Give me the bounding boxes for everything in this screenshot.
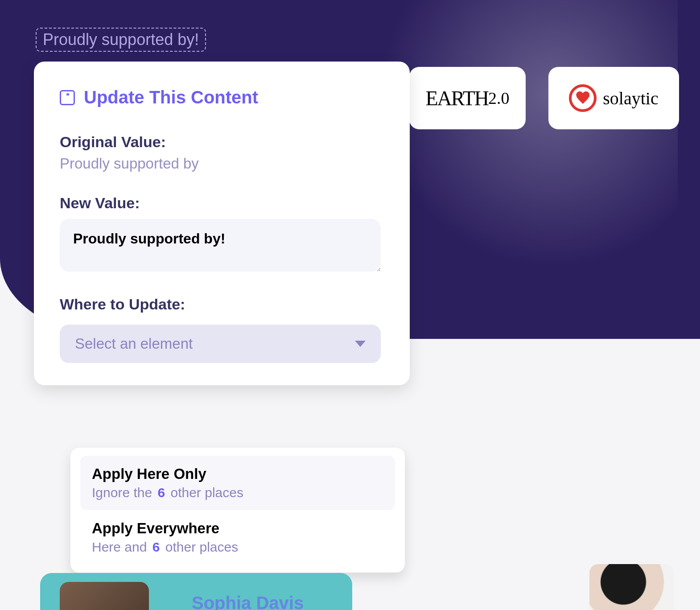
selected-text-highlight[interactable]: Proudly supported by! [36, 28, 206, 52]
dropdown-option-apply-here[interactable]: Apply Here Only Ignore the 6 other place… [80, 456, 395, 510]
original-value-label: Original Value: [60, 133, 392, 151]
chevron-down-icon [355, 341, 366, 347]
original-value-text: Proudly supported by [60, 155, 392, 172]
where-update-select[interactable]: Select an element [60, 325, 381, 363]
heart-icon [569, 84, 597, 112]
where-update-dropdown: Apply Here Only Ignore the 6 other place… [70, 448, 405, 573]
sponsor-earth-version: 2.0 [488, 88, 510, 108]
popup-title: Update This Content [84, 87, 258, 107]
avatar [589, 564, 674, 610]
option-subtitle: Here and 6 other places [92, 540, 383, 555]
where-update-label: Where to Update: [60, 296, 392, 313]
select-placeholder: Select an element [75, 335, 193, 352]
sponsor-card-earth[interactable]: EARTH2.0 [409, 67, 526, 129]
dropdown-option-apply-everywhere[interactable]: Apply Everywhere Here and 6 other places [80, 510, 395, 565]
option-subtitle: Ignore the 6 other places [92, 485, 383, 500]
sponsor-earth-label: EARTH [425, 87, 488, 110]
sponsor-solaytic-label: solaytic [603, 88, 658, 109]
option-title: Apply Here Only [92, 466, 383, 482]
update-content-popup: Update This Content Original Value: Prou… [34, 62, 410, 385]
quote-icon [60, 90, 75, 105]
option-title: Apply Everywhere [92, 520, 383, 537]
new-value-input[interactable] [60, 219, 381, 272]
profile-name: Sophia Davis [192, 593, 304, 610]
sponsor-card-solaytic[interactable]: solaytic [548, 67, 679, 129]
avatar [60, 582, 149, 610]
popup-header: Update This Content [60, 87, 392, 107]
new-value-label: New Value: [60, 194, 392, 212]
